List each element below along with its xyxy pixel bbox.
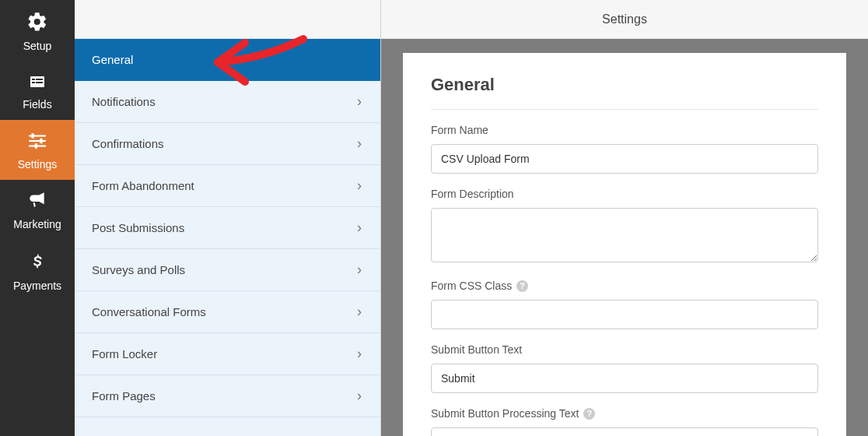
svg-rect-8 — [31, 133, 33, 139]
help-icon[interactable]: ? — [516, 280, 528, 292]
subnav-label: Notifications — [92, 95, 156, 108]
svg-rect-10 — [35, 143, 37, 149]
subnav-item-form-abandonment[interactable]: Form Abandonment › — [75, 165, 380, 207]
svg-rect-3 — [36, 79, 43, 80]
subnav-item-notifications[interactable]: Notifications › — [75, 81, 380, 123]
svg-rect-4 — [36, 82, 43, 83]
submit-button-processing-text-input[interactable] — [431, 427, 818, 436]
field-form-css-class: Form CSS Class ? — [431, 280, 818, 329]
nav-label: Settings — [18, 158, 58, 171]
field-form-description: Form Description — [431, 188, 818, 265]
subnav-item-conversational-forms[interactable]: Conversational Forms › — [75, 291, 380, 333]
content-body: General Form Name Form Description Form … — [381, 39, 868, 436]
field-submit-button-text: Submit Button Text — [431, 343, 818, 393]
sliders-icon — [26, 131, 49, 153]
content-column: Settings General Form Name Form Descript… — [381, 0, 868, 436]
subnav-item-surveys-polls[interactable]: Surveys and Polls › — [75, 249, 380, 291]
form-name-label: Form Name — [431, 124, 818, 136]
subnav-label: Post Submissions — [92, 221, 184, 234]
nav-label: Payments — [13, 280, 61, 292]
dollar-icon — [30, 251, 45, 275]
subnav-item-form-locker[interactable]: Form Locker › — [75, 333, 380, 375]
form-css-class-label: Form CSS Class — [431, 280, 512, 292]
svg-rect-9 — [40, 139, 42, 144]
subnav-label: Confirmations — [92, 137, 164, 150]
panel-title: General — [431, 75, 818, 110]
chevron-right-icon: › — [357, 304, 362, 320]
secondary-nav-column: General Notifications › Confirmations › … — [75, 0, 381, 436]
settings-subnav: General Notifications › Confirmations › … — [75, 39, 380, 436]
nav-label: Setup — [23, 40, 52, 52]
chevron-right-icon: › — [357, 346, 362, 362]
nav-item-fields[interactable]: Fields — [0, 62, 75, 120]
secondary-topbar — [75, 0, 380, 39]
subnav-label: Surveys and Polls — [92, 263, 185, 276]
nav-item-marketing[interactable]: Marketing — [0, 180, 75, 240]
form-description-input[interactable] — [431, 208, 818, 262]
subnav-label: Conversational Forms — [92, 305, 206, 318]
help-icon[interactable]: ? — [583, 408, 595, 420]
form-description-label: Form Description — [431, 188, 818, 200]
subnav-item-general[interactable]: General — [75, 39, 380, 81]
submit-button-text-input[interactable] — [431, 364, 818, 393]
chevron-right-icon: › — [357, 178, 362, 194]
nav-label: Fields — [23, 98, 51, 111]
general-settings-panel: General Form Name Form Description Form … — [403, 53, 846, 436]
chevron-right-icon: › — [357, 262, 362, 278]
nav-label: Marketing — [13, 218, 61, 230]
nav-item-setup[interactable]: Setup — [0, 0, 75, 62]
chevron-right-icon: › — [357, 93, 362, 110]
field-form-name: Form Name — [431, 124, 818, 174]
chevron-right-icon: › — [357, 135, 362, 152]
nav-item-payments[interactable]: Payments — [0, 240, 75, 301]
nav-item-settings[interactable]: Settings — [0, 120, 75, 180]
page-header: Settings — [381, 0, 868, 39]
subnav-item-post-submissions[interactable]: Post Submissions › — [75, 207, 380, 249]
form-name-input[interactable] — [431, 144, 818, 174]
chevron-right-icon: › — [357, 220, 362, 236]
subnav-label: General — [92, 53, 133, 66]
field-submit-button-processing-text: Submit Button Processing Text ? — [431, 407, 818, 436]
svg-rect-2 — [32, 82, 35, 83]
subnav-label: Form Abandonment — [92, 179, 194, 192]
gear-icon — [26, 11, 48, 35]
svg-rect-1 — [32, 79, 35, 80]
submit-button-text-label: Submit Button Text — [431, 343, 818, 356]
svg-rect-6 — [29, 140, 46, 142]
list-icon — [26, 72, 48, 93]
bullhorn-icon — [26, 191, 48, 213]
subnav-label: Form Locker — [92, 347, 157, 360]
subnav-item-form-pages[interactable]: Form Pages › — [75, 375, 380, 417]
form-css-class-input[interactable] — [431, 300, 818, 329]
chevron-right-icon: › — [357, 388, 362, 404]
primary-nav: Setup Fields Settings Marketing Payments — [0, 0, 75, 436]
subnav-item-confirmations[interactable]: Confirmations › — [75, 123, 380, 165]
subnav-label: Form Pages — [92, 389, 156, 403]
page-title: Settings — [602, 12, 647, 26]
submit-button-processing-text-label: Submit Button Processing Text — [431, 407, 579, 420]
